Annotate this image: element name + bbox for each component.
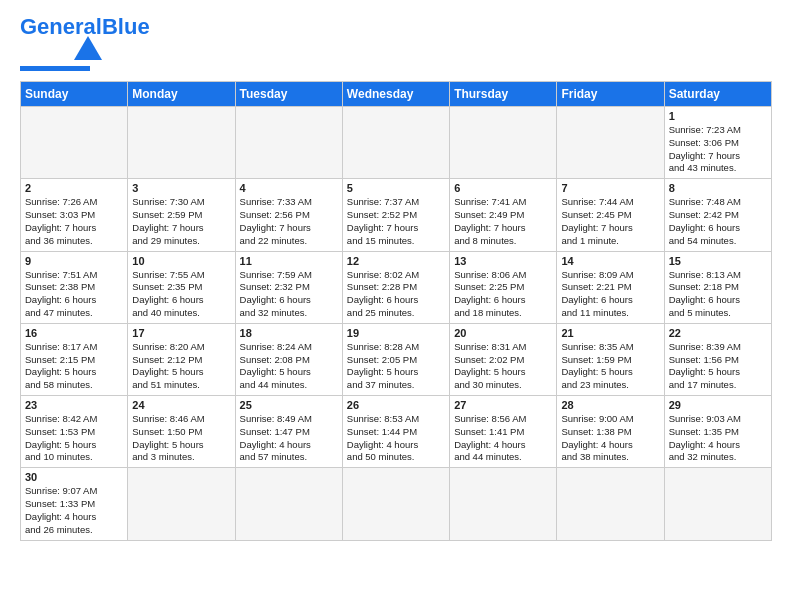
calendar-cell [342,107,449,179]
day-info: Sunrise: 8:13 AM Sunset: 2:18 PM Dayligh… [669,269,767,320]
day-number: 13 [454,255,552,267]
calendar-cell [235,468,342,540]
day-info: Sunrise: 9:00 AM Sunset: 1:38 PM Dayligh… [561,413,659,464]
calendar-cell: 19Sunrise: 8:28 AM Sunset: 2:05 PM Dayli… [342,323,449,395]
calendar-cell [128,468,235,540]
calendar-week-2: 2Sunrise: 7:26 AM Sunset: 3:03 PM Daylig… [21,179,772,251]
day-number: 1 [669,110,767,122]
logo-text: GeneralBlue [20,16,150,38]
day-info: Sunrise: 7:41 AM Sunset: 2:49 PM Dayligh… [454,196,552,247]
day-info: Sunrise: 8:42 AM Sunset: 1:53 PM Dayligh… [25,413,123,464]
calendar-cell [128,107,235,179]
logo: GeneralBlue [20,16,150,71]
day-number: 8 [669,182,767,194]
day-number: 6 [454,182,552,194]
day-number: 16 [25,327,123,339]
day-info: Sunrise: 8:53 AM Sunset: 1:44 PM Dayligh… [347,413,445,464]
day-number: 18 [240,327,338,339]
day-number: 12 [347,255,445,267]
calendar-cell [557,468,664,540]
weekday-header-sunday: Sunday [21,82,128,107]
calendar-week-6: 30Sunrise: 9:07 AM Sunset: 1:33 PM Dayli… [21,468,772,540]
day-number: 22 [669,327,767,339]
day-info: Sunrise: 7:23 AM Sunset: 3:06 PM Dayligh… [669,124,767,175]
day-number: 20 [454,327,552,339]
calendar-cell: 12Sunrise: 8:02 AM Sunset: 2:28 PM Dayli… [342,251,449,323]
calendar-cell: 29Sunrise: 9:03 AM Sunset: 1:35 PM Dayli… [664,396,771,468]
day-number: 15 [669,255,767,267]
day-number: 25 [240,399,338,411]
calendar-cell: 11Sunrise: 7:59 AM Sunset: 2:32 PM Dayli… [235,251,342,323]
calendar-cell: 18Sunrise: 8:24 AM Sunset: 2:08 PM Dayli… [235,323,342,395]
day-number: 2 [25,182,123,194]
day-info: Sunrise: 8:20 AM Sunset: 2:12 PM Dayligh… [132,341,230,392]
day-number: 27 [454,399,552,411]
calendar-body: 1Sunrise: 7:23 AM Sunset: 3:06 PM Daylig… [21,107,772,541]
calendar-cell [664,468,771,540]
day-info: Sunrise: 7:33 AM Sunset: 2:56 PM Dayligh… [240,196,338,247]
day-info: Sunrise: 9:03 AM Sunset: 1:35 PM Dayligh… [669,413,767,464]
day-info: Sunrise: 8:09 AM Sunset: 2:21 PM Dayligh… [561,269,659,320]
day-number: 24 [132,399,230,411]
calendar-cell [21,107,128,179]
calendar-cell: 24Sunrise: 8:46 AM Sunset: 1:50 PM Dayli… [128,396,235,468]
calendar-cell: 14Sunrise: 8:09 AM Sunset: 2:21 PM Dayli… [557,251,664,323]
day-info: Sunrise: 8:35 AM Sunset: 1:59 PM Dayligh… [561,341,659,392]
day-info: Sunrise: 8:31 AM Sunset: 2:02 PM Dayligh… [454,341,552,392]
calendar-cell: 30Sunrise: 9:07 AM Sunset: 1:33 PM Dayli… [21,468,128,540]
day-number: 11 [240,255,338,267]
calendar-cell: 15Sunrise: 8:13 AM Sunset: 2:18 PM Dayli… [664,251,771,323]
calendar-cell: 13Sunrise: 8:06 AM Sunset: 2:25 PM Dayli… [450,251,557,323]
day-info: Sunrise: 7:55 AM Sunset: 2:35 PM Dayligh… [132,269,230,320]
day-info: Sunrise: 8:49 AM Sunset: 1:47 PM Dayligh… [240,413,338,464]
weekday-header-tuesday: Tuesday [235,82,342,107]
logo-bar [20,66,90,71]
day-number: 14 [561,255,659,267]
logo-blue: Blue [102,14,150,39]
calendar-table: SundayMondayTuesdayWednesdayThursdayFrid… [20,81,772,541]
calendar-cell: 1Sunrise: 7:23 AM Sunset: 3:06 PM Daylig… [664,107,771,179]
day-number: 9 [25,255,123,267]
weekday-row: SundayMondayTuesdayWednesdayThursdayFrid… [21,82,772,107]
calendar-cell: 27Sunrise: 8:56 AM Sunset: 1:41 PM Dayli… [450,396,557,468]
calendar-cell [557,107,664,179]
weekday-header-monday: Monday [128,82,235,107]
calendar-cell: 9Sunrise: 7:51 AM Sunset: 2:38 PM Daylig… [21,251,128,323]
calendar-cell [450,107,557,179]
day-info: Sunrise: 7:30 AM Sunset: 2:59 PM Dayligh… [132,196,230,247]
day-info: Sunrise: 8:06 AM Sunset: 2:25 PM Dayligh… [454,269,552,320]
day-info: Sunrise: 8:56 AM Sunset: 1:41 PM Dayligh… [454,413,552,464]
calendar-week-5: 23Sunrise: 8:42 AM Sunset: 1:53 PM Dayli… [21,396,772,468]
day-number: 21 [561,327,659,339]
day-info: Sunrise: 9:07 AM Sunset: 1:33 PM Dayligh… [25,485,123,536]
calendar-cell: 28Sunrise: 9:00 AM Sunset: 1:38 PM Dayli… [557,396,664,468]
calendar-cell: 23Sunrise: 8:42 AM Sunset: 1:53 PM Dayli… [21,396,128,468]
day-info: Sunrise: 7:48 AM Sunset: 2:42 PM Dayligh… [669,196,767,247]
day-info: Sunrise: 8:28 AM Sunset: 2:05 PM Dayligh… [347,341,445,392]
day-info: Sunrise: 7:26 AM Sunset: 3:03 PM Dayligh… [25,196,123,247]
day-number: 26 [347,399,445,411]
calendar-cell: 8Sunrise: 7:48 AM Sunset: 2:42 PM Daylig… [664,179,771,251]
weekday-header-friday: Friday [557,82,664,107]
day-info: Sunrise: 7:59 AM Sunset: 2:32 PM Dayligh… [240,269,338,320]
calendar-cell: 3Sunrise: 7:30 AM Sunset: 2:59 PM Daylig… [128,179,235,251]
weekday-header-saturday: Saturday [664,82,771,107]
calendar-cell [342,468,449,540]
calendar-header: SundayMondayTuesdayWednesdayThursdayFrid… [21,82,772,107]
day-number: 5 [347,182,445,194]
header: GeneralBlue [20,16,772,71]
day-info: Sunrise: 7:37 AM Sunset: 2:52 PM Dayligh… [347,196,445,247]
day-number: 30 [25,471,123,483]
day-info: Sunrise: 8:02 AM Sunset: 2:28 PM Dayligh… [347,269,445,320]
day-number: 4 [240,182,338,194]
day-number: 29 [669,399,767,411]
day-number: 3 [132,182,230,194]
logo-triangle-icon [74,36,102,60]
day-info: Sunrise: 8:17 AM Sunset: 2:15 PM Dayligh… [25,341,123,392]
day-number: 28 [561,399,659,411]
calendar-cell: 17Sunrise: 8:20 AM Sunset: 2:12 PM Dayli… [128,323,235,395]
calendar-cell [235,107,342,179]
calendar-cell: 25Sunrise: 8:49 AM Sunset: 1:47 PM Dayli… [235,396,342,468]
day-number: 7 [561,182,659,194]
calendar-cell: 6Sunrise: 7:41 AM Sunset: 2:49 PM Daylig… [450,179,557,251]
